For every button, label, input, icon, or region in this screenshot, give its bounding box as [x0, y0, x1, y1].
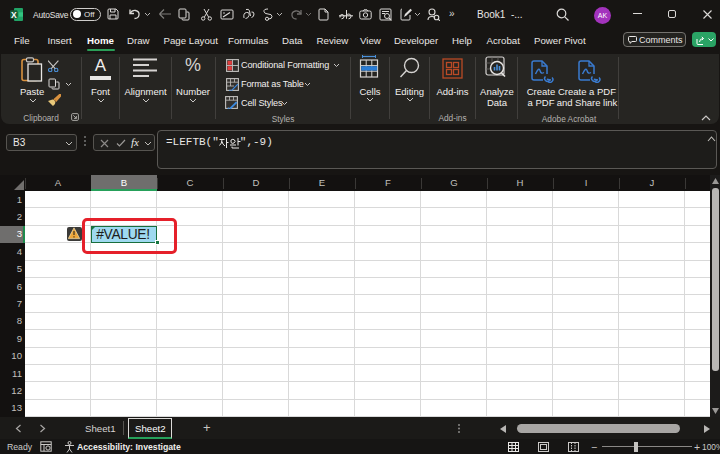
svg-text:X: X	[11, 10, 17, 20]
